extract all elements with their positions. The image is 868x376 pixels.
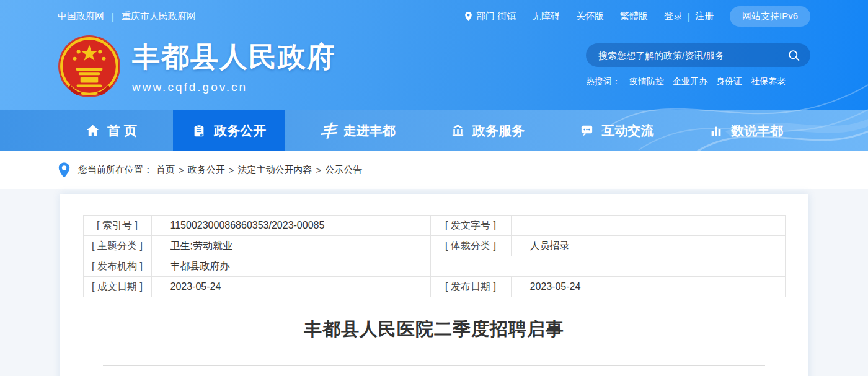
nav-item-label: 首 页	[107, 122, 137, 139]
breadcrumb-label: 您当前所在位置：	[78, 164, 153, 176]
location-pin-icon	[58, 162, 71, 178]
search-button[interactable]	[787, 49, 800, 62]
separator: |	[110, 11, 115, 22]
meta-label-index-number: [ 索引号 ]	[83, 216, 151, 236]
breadcrumb: 您当前所在位置： 首页 > 政务公开 > 法定主动公开内容 > 公示公告	[78, 164, 366, 176]
nav-item-label: 互动交流	[602, 122, 654, 139]
topbar-utility-links: 部门 街镇 无障碍 关怀版 繁體版 登录 | 注册 网站支持IPv6	[464, 6, 810, 27]
link-china-gov[interactable]: 中国政府网	[58, 11, 104, 22]
search-box	[586, 43, 810, 67]
nav-item-label: 政务公开	[214, 122, 266, 139]
meta-label-issuing-agency: [ 发布机构 ]	[83, 256, 151, 277]
article-title: 丰都县人民医院二季度招聘启事	[83, 317, 786, 342]
document-meta-table: [ 索引号 ] 115002300086860353/2023-00085 [ …	[83, 215, 786, 297]
nav-item-label: 政务服务	[472, 122, 525, 139]
site-brand[interactable]: 丰都县人民政府 www.cqfd.gov.cn	[58, 35, 336, 98]
search-input[interactable]	[598, 50, 787, 61]
bar-chart-icon	[709, 123, 724, 138]
breadcrumb-bar: 您当前所在位置： 首页 > 政务公开 > 法定主动公开内容 > 公示公告	[0, 151, 868, 189]
hot-search-item-idcard[interactable]: 身份证	[716, 76, 742, 87]
meta-value-topic-category: 卫生;劳动就业	[151, 236, 430, 256]
nav-item-statistics[interactable]: 数说丰都	[690, 110, 802, 151]
meta-label-document-number: [ 发文字号 ]	[430, 216, 511, 236]
breadcrumb-home[interactable]: 首页	[156, 164, 175, 176]
breadcrumb-gov-open[interactable]: 政务公开	[188, 164, 225, 176]
table-row: [ 索引号 ] 115002300086860353/2023-00085 [ …	[83, 216, 785, 236]
chat-bubble-icon	[580, 123, 595, 138]
nav-item-label: 数说丰都	[731, 122, 783, 139]
meta-label-topic-category: [ 主题分类 ]	[83, 236, 151, 256]
nav-item-interaction[interactable]: 互动交流	[561, 110, 673, 151]
login-link[interactable]: 登录	[664, 11, 683, 22]
location-pin-icon	[464, 11, 472, 22]
breadcrumb-announcements[interactable]: 公示公告	[325, 164, 362, 176]
article-card: [ 索引号 ] 115002300086860353/2023-00085 [ …	[60, 194, 808, 376]
meta-value-publish-date: 2023-05-24	[511, 277, 785, 297]
hot-search-row: 热搜词： 疫情防控 企业开办 身份证 社保养老	[586, 76, 810, 87]
meta-value-issuing-agency: 丰都县政府办	[151, 256, 430, 277]
link-chongqing-gov[interactable]: 重庆市人民政府网	[122, 11, 196, 22]
gov-service-building-icon	[450, 123, 465, 138]
meta-empty-cell	[430, 256, 785, 277]
site-title: 丰都县人民政府	[132, 38, 336, 76]
meta-value-document-number	[511, 216, 785, 236]
separator: |	[686, 11, 691, 22]
accessibility-link[interactable]: 无障碍	[532, 11, 560, 22]
main-navigation: 首 页 政务公开 丰 走进丰都 政务服务	[0, 110, 868, 151]
nav-item-home[interactable]: 首 页	[66, 110, 156, 151]
breadcrumb-separator: >	[229, 165, 234, 175]
nav-item-label: 走进丰都	[343, 122, 396, 139]
hot-search-label: 热搜词：	[586, 76, 621, 87]
breadcrumb-separator: >	[179, 165, 184, 175]
table-row: [ 成文日期 ] 2023-05-24 [ 发布日期 ] 2023-05-24	[83, 277, 785, 297]
header: 中国政府网 | 重庆市人民政府网 部门 街镇 无障碍 关怀版 繁體版	[0, 0, 868, 110]
site-header-block: 中国政府网 | 重庆市人民政府网 部门 街镇 无障碍 关怀版 繁體版	[0, 0, 868, 151]
site-identity: 丰都县人民政府 www.cqfd.gov.cn	[132, 38, 336, 94]
senior-care-version-link[interactable]: 关怀版	[576, 11, 604, 22]
meta-value-index-number: 115002300086860353/2023-00085	[151, 216, 430, 236]
meta-value-written-date: 2023-05-24	[151, 277, 430, 297]
departments-towns-label: 部门 街镇	[476, 11, 516, 22]
meta-label-written-date: [ 成文日期 ]	[83, 277, 151, 297]
gov-open-icon	[192, 123, 206, 138]
meta-value-genre-category: 人员招录	[511, 236, 785, 256]
search-area: 热搜词： 疫情防控 企业开办 身份证 社保养老	[586, 43, 810, 87]
register-link[interactable]: 注册	[695, 11, 714, 22]
ipv6-support-button[interactable]: 网站支持IPv6	[730, 6, 810, 27]
nav-item-gov-service[interactable]: 政务服务	[432, 110, 543, 151]
topbar: 中国政府网 | 重庆市人民政府网 部门 街镇 无障碍 关怀版 繁體版	[0, 0, 868, 32]
meta-label-publish-date: [ 发布日期 ]	[430, 277, 511, 297]
title-divider	[103, 365, 765, 366]
gov-site-links: 中国政府网 | 重庆市人民政府网	[58, 11, 196, 22]
breadcrumb-separator: >	[316, 165, 322, 175]
home-icon	[85, 123, 100, 138]
hot-search-item-business[interactable]: 企业开办	[673, 76, 707, 87]
national-emblem-logo	[58, 35, 121, 98]
nav-item-about-fengdu[interactable]: 丰 走进丰都	[303, 110, 414, 151]
search-icon	[787, 49, 800, 62]
hot-search-item-epidemic[interactable]: 疫情防控	[629, 76, 664, 87]
departments-towns-link[interactable]: 部门 街镇	[464, 11, 516, 22]
nav-item-gov-open[interactable]: 政务公开	[173, 110, 285, 151]
breadcrumb-statutory-disclosure[interactable]: 法定主动公开内容	[238, 164, 312, 176]
traditional-chinese-link[interactable]: 繁體版	[620, 11, 648, 22]
hot-search-item-pension[interactable]: 社保养老	[751, 76, 786, 87]
main-content-area: [ 索引号 ] 115002300086860353/2023-00085 [ …	[0, 194, 868, 376]
login-register: 登录 | 注册	[664, 11, 714, 22]
header-main: 丰都县人民政府 www.cqfd.gov.cn 热搜词	[0, 32, 868, 98]
fengdu-calligraphy-icon: 丰	[321, 123, 336, 138]
meta-label-genre-category: [ 体裁分类 ]	[430, 236, 511, 256]
site-url: www.cqfd.gov.cn	[132, 81, 336, 94]
table-row: [ 发布机构 ] 丰都县政府办	[83, 256, 785, 277]
table-row: [ 主题分类 ] 卫生;劳动就业 [ 体裁分类 ] 人员招录	[83, 236, 785, 256]
